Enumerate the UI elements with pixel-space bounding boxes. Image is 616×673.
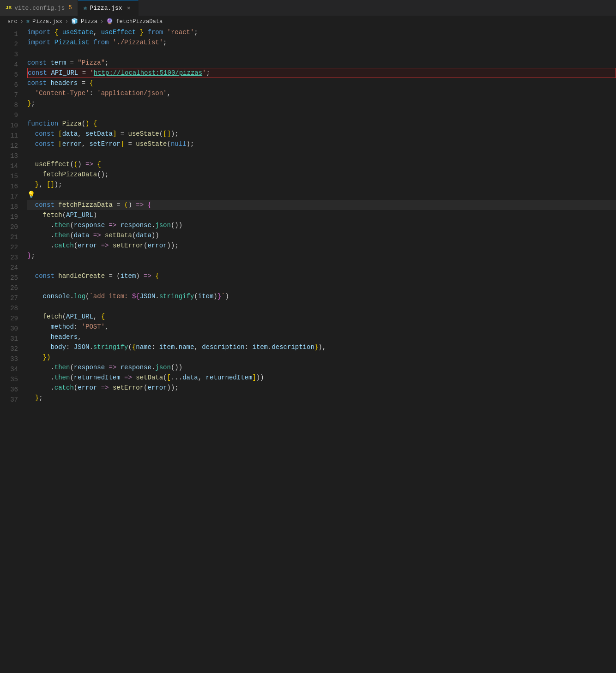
line-number-15: 15	[0, 171, 25, 181]
line-number-34: 34	[0, 364, 25, 374]
line-number-23: 23	[0, 252, 25, 263]
code-line-6: const headers = {	[27, 78, 616, 88]
code-line-7: 'Content-Type': 'application/json',	[27, 88, 616, 98]
code-line-26	[27, 281, 616, 291]
code-line-9	[27, 108, 616, 119]
line-number-3: 3	[0, 49, 25, 60]
breadcrumb-pizza-jsx: Pizza.jsx	[32, 18, 62, 25]
code-line-22: .catch(error => setError(error));	[27, 240, 616, 251]
code-line-14: useEffect(() => {	[27, 159, 616, 169]
code-line-35: .then(returnedItem => setData([...data, …	[27, 373, 616, 383]
code-line-20: .then(response => response.json())	[27, 220, 616, 230]
code-line-19: fetch(API_URL)	[27, 210, 616, 220]
line-number-1: 1	[0, 29, 25, 39]
code-line-30: method: 'POST',	[27, 322, 616, 332]
line-number-33: 33	[0, 354, 25, 364]
code-line-23: };	[27, 251, 616, 261]
line-numbers: 1 2 3 4 5 6 7 8 9 10 11 12 13 14 15 16 1…	[0, 27, 25, 405]
tab-vite-config-label: vite.config.js	[14, 5, 65, 12]
tab-close-button[interactable]: ✕	[125, 5, 133, 12]
code-line-10: function Pizza() {	[27, 119, 616, 129]
breadcrumb-pizza: Pizza	[81, 18, 97, 25]
line-number-5: 5	[0, 70, 25, 80]
line-number-14: 14	[0, 161, 25, 171]
line-number-22: 22	[0, 242, 25, 252]
breadcrumb-icon-pizza: 🧊	[71, 18, 78, 25]
breadcrumb-src: src	[7, 18, 18, 25]
line-number-26: 26	[0, 283, 25, 293]
code-line-1: import { useState, useEffect } from 'rea…	[27, 27, 616, 37]
code-line-27: console.log(`add item: ${JSON.stringify(…	[27, 291, 616, 301]
code-line-4: const term = "Pizza";	[27, 58, 616, 68]
breadcrumb: src › ⚛ Pizza.jsx › 🧊 Pizza › 🔮 fetchPiz…	[0, 16, 616, 27]
breadcrumb-fetch: fetchPizzaData	[116, 18, 163, 25]
code-line-3	[27, 48, 616, 58]
js-icon: JS	[6, 5, 12, 11]
code-line-28	[27, 301, 616, 312]
line-number-17: 17	[0, 192, 25, 202]
line-number-31: 31	[0, 334, 25, 344]
breadcrumb-sep-3: ›	[100, 18, 103, 25]
line-number-24: 24	[0, 263, 25, 273]
breadcrumb-sep-1: ›	[20, 18, 24, 25]
line-number-36: 36	[0, 385, 25, 395]
line-number-19: 19	[0, 212, 25, 222]
code-line-13	[27, 149, 616, 159]
line-number-29: 29	[0, 313, 25, 324]
line-number-11: 11	[0, 131, 25, 141]
line-number-9: 9	[0, 110, 25, 120]
code-line-32: body: JSON.stringify({name: item.name, d…	[27, 342, 616, 352]
code-line-21: .then(data => setData(data))	[27, 230, 616, 240]
line-number-2: 2	[0, 39, 25, 49]
code-line-24	[27, 261, 616, 271]
line-number-28: 28	[0, 303, 25, 313]
code-line-16: }, []);	[27, 180, 616, 190]
lightbulb-icon: 💡	[27, 190, 35, 200]
code-line-36: .catch(error => setError(error));	[27, 383, 616, 393]
code-line-33: })	[27, 352, 616, 362]
code-line-8: };	[27, 98, 616, 108]
react-icon: ⚛	[84, 5, 87, 12]
code-line-37: };	[27, 393, 616, 403]
code-line-34: .then(response => response.json())	[27, 362, 616, 373]
line-number-13: 13	[0, 151, 25, 161]
code-line-31: headers,	[27, 332, 616, 342]
code-editor: 1 2 3 4 5 6 7 8 9 10 11 12 13 14 15 16 1…	[0, 27, 616, 405]
line-number-16: 16	[0, 181, 25, 192]
code-line-5: const API_URL = 'http://localhost:5100/p…	[27, 68, 616, 78]
tab-pizza-jsx[interactable]: ⚛ Pizza.jsx ✕	[78, 0, 139, 16]
code-line-29: fetch(API_URL, {	[27, 312, 616, 322]
code-content: import { useState, useEffect } from 'rea…	[25, 27, 616, 405]
code-line-12: const [error, setError] = useState(null)…	[27, 139, 616, 149]
line-number-20: 20	[0, 222, 25, 232]
line-number-4: 4	[0, 60, 25, 70]
line-number-10: 10	[0, 120, 25, 131]
tab-modified-badge: 5	[68, 5, 72, 11]
code-line-17: 💡	[27, 190, 616, 200]
code-line-25: const handleCreate = (item) => {	[27, 271, 616, 281]
line-number-25: 25	[0, 273, 25, 283]
line-number-32: 32	[0, 344, 25, 354]
tab-bar: JS vite.config.js 5 ⚛ Pizza.jsx ✕	[0, 0, 616, 16]
line-number-7: 7	[0, 90, 25, 100]
code-line-15: fetchPizzaData();	[27, 169, 616, 180]
tab-pizza-jsx-label: Pizza.jsx	[90, 5, 122, 12]
code-line-11: const [data, setData] = useState([]);	[27, 129, 616, 139]
line-number-21: 21	[0, 232, 25, 242]
line-number-6: 6	[0, 80, 25, 90]
breadcrumb-sep-2: ›	[65, 18, 68, 25]
code-line-18: const fetchPizzaData = () => {	[27, 200, 616, 210]
line-number-12: 12	[0, 141, 25, 151]
line-number-30: 30	[0, 324, 25, 334]
line-number-18: 18	[0, 202, 25, 212]
breadcrumb-icon-fetch: 🔮	[106, 18, 113, 25]
breadcrumb-icon-pizza-jsx: ⚛	[26, 18, 30, 25]
line-number-37: 37	[0, 395, 25, 405]
tab-vite-config[interactable]: JS vite.config.js 5	[0, 0, 78, 16]
line-number-8: 8	[0, 100, 25, 110]
code-line-2: import PizzaList from './PizzaList';	[27, 37, 616, 48]
line-number-35: 35	[0, 374, 25, 385]
line-number-27: 27	[0, 293, 25, 303]
